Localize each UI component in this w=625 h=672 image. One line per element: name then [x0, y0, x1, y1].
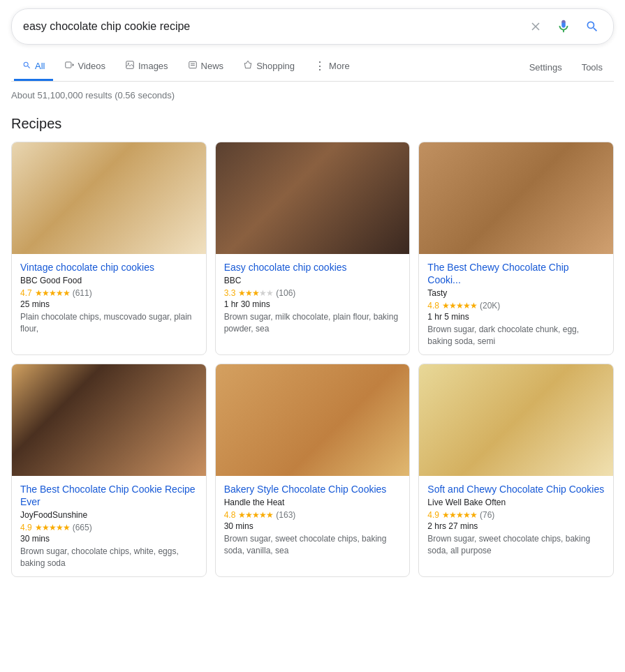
recipe-ingredients: Brown sugar, milk chocolate, plain flour… — [224, 311, 402, 335]
recipe-rating: 4.9 ★★★★★ (665) — [20, 523, 198, 532]
svg-point-3 — [128, 63, 129, 64]
recipe-card[interactable]: The Best Chocolate Chip Cookie Recipe Ev… — [11, 364, 207, 577]
recipe-ingredients: Brown sugar, sweet chocolate chips, baki… — [224, 533, 402, 557]
rating-count: (163) — [276, 510, 295, 520]
search-bar — [11, 8, 614, 45]
recipe-card[interactable]: The Best Chewy Chocolate Chip Cooki... T… — [418, 142, 614, 355]
rating-number: 4.8 — [427, 301, 439, 311]
recipe-card[interactable]: Bakery Style Chocolate Chip Cookies Hand… — [215, 364, 411, 577]
recipe-time: 30 mins — [20, 534, 198, 544]
svg-rect-0 — [66, 62, 71, 68]
tab-videos[interactable]: Videos — [56, 53, 114, 81]
rating-count: (665) — [73, 523, 92, 532]
recipe-image — [216, 364, 410, 476]
recipe-source: BBC — [224, 276, 402, 285]
star-icons: ★★★★★ — [442, 301, 477, 311]
rating-count: (20K) — [480, 301, 500, 311]
recipe-source: BBC Good Food — [20, 276, 198, 285]
recipe-title: The Best Chewy Chocolate Chip Cooki... — [427, 261, 605, 286]
tab-news-label: News — [201, 61, 224, 71]
x-icon — [529, 20, 542, 33]
tab-videos-label: Videos — [78, 61, 105, 71]
settings-link[interactable]: Settings — [521, 55, 571, 80]
rating-number: 4.9 — [427, 510, 439, 520]
tools-label: Tools — [582, 62, 603, 73]
recipe-time: 25 mins — [20, 299, 198, 309]
tab-all-label: All — [35, 61, 45, 71]
rating-number: 4.7 — [20, 288, 32, 298]
all-icon — [22, 61, 31, 72]
search-icon — [585, 20, 599, 33]
tab-images-label: Images — [138, 61, 168, 71]
recipe-source: JoyFoodSunshine — [20, 510, 198, 520]
tab-more[interactable]: ⋮ More — [306, 54, 358, 81]
recipes-section: Recipes Vintage chocolate chip cookies B… — [11, 116, 614, 577]
tab-images[interactable]: Images — [117, 53, 177, 81]
rating-number: 4.8 — [224, 510, 236, 520]
recipes-grid: Vintage chocolate chip cookies BBC Good … — [11, 142, 614, 577]
recipe-time: 1 hr 30 mins — [224, 299, 402, 309]
recipe-title: Easy chocolate chip cookies — [224, 261, 402, 274]
recipe-rating: 3.3 ★★★★★ (106) — [224, 288, 402, 298]
star-icons: ★★★★★ — [35, 288, 70, 298]
star-icons: ★★★★★ — [238, 288, 273, 298]
results-count: About 51,100,000 results (0.56 seconds) — [11, 86, 614, 105]
recipe-image — [12, 142, 206, 254]
recipe-title: Bakery Style Chocolate Chip Cookies — [224, 483, 402, 495]
recipe-card[interactable]: Vintage chocolate chip cookies BBC Good … — [11, 142, 207, 355]
svg-marker-1 — [73, 64, 74, 67]
recipe-time: 30 mins — [224, 521, 402, 531]
recipe-card[interactable]: Soft and Chewy Chocolate Chip Cookies Li… — [418, 364, 614, 577]
recipe-time: 2 hrs 27 mins — [427, 521, 605, 531]
shopping-icon — [243, 60, 253, 72]
rating-count: (76) — [480, 510, 494, 520]
recipe-info: Easy chocolate chip cookies BBC 3.3 ★★★★… — [216, 254, 410, 342]
recipe-image — [419, 142, 613, 254]
recipe-info: The Best Chocolate Chip Cookie Recipe Ev… — [12, 476, 206, 576]
recipe-card[interactable]: Easy chocolate chip cookies BBC 3.3 ★★★★… — [215, 142, 411, 355]
rating-count: (106) — [276, 288, 295, 298]
search-icons — [527, 16, 602, 37]
recipe-source: Handle the Heat — [224, 498, 402, 507]
recipe-rating: 4.7 ★★★★★ (611) — [20, 288, 198, 298]
nav-settings: Settings Tools — [521, 55, 611, 80]
recipes-title: Recipes — [11, 116, 614, 132]
recipe-info: Soft and Chewy Chocolate Chip Cookies Li… — [419, 476, 613, 564]
images-icon — [125, 60, 135, 72]
settings-label: Settings — [529, 62, 562, 73]
svg-point-8 — [249, 63, 250, 64]
recipe-info: The Best Chewy Chocolate Chip Cooki... T… — [419, 254, 613, 354]
mic-icon — [556, 19, 571, 34]
recipe-image — [419, 364, 613, 476]
tools-link[interactable]: Tools — [573, 55, 611, 80]
rating-number: 4.9 — [20, 523, 32, 532]
rating-count: (611) — [73, 288, 92, 298]
tab-shopping-label: Shopping — [256, 61, 295, 71]
tab-shopping[interactable]: Shopping — [235, 53, 303, 81]
recipe-rating: 4.8 ★★★★★ (163) — [224, 510, 402, 520]
tab-more-label: More — [329, 61, 350, 71]
recipe-title: The Best Chocolate Chip Cookie Recipe Ev… — [20, 483, 198, 508]
tab-news[interactable]: News — [179, 53, 233, 81]
star-icons: ★★★★★ — [238, 510, 273, 520]
recipe-image — [216, 142, 410, 254]
mic-button[interactable] — [553, 16, 574, 37]
recipe-ingredients: Brown sugar, dark chocolate chunk, egg, … — [427, 324, 605, 348]
recipe-info: Vintage chocolate chip cookies BBC Good … — [12, 254, 206, 342]
recipe-time: 1 hr 5 mins — [427, 312, 605, 322]
tab-all[interactable]: All — [14, 54, 53, 81]
recipe-image — [12, 364, 206, 476]
recipe-info: Bakery Style Chocolate Chip Cookies Hand… — [216, 476, 410, 564]
recipe-rating: 4.8 ★★★★★ (20K) — [427, 301, 605, 311]
search-input[interactable] — [23, 20, 527, 33]
recipe-ingredients: Brown sugar, sweet chocolate chips, baki… — [427, 533, 605, 557]
svg-rect-2 — [126, 61, 134, 69]
star-icons: ★★★★★ — [35, 523, 70, 532]
rating-number: 3.3 — [224, 288, 236, 298]
recipe-title: Vintage chocolate chip cookies — [20, 261, 198, 274]
recipe-title: Soft and Chewy Chocolate Chip Cookies — [427, 483, 605, 495]
nav-tabs: All Videos Images News Shopping ⋮ More S… — [11, 53, 614, 82]
recipe-source: Tasty — [427, 288, 605, 298]
search-button[interactable] — [582, 17, 602, 36]
clear-button[interactable] — [527, 17, 545, 36]
